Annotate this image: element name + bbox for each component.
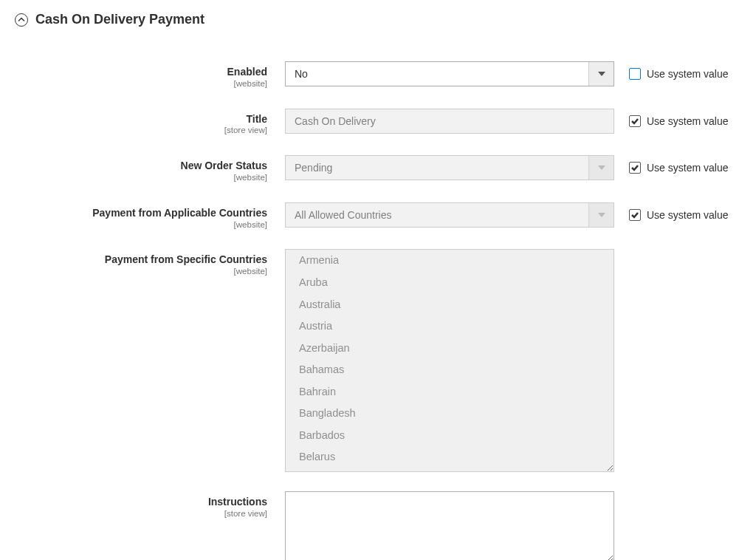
title-label: Title (15, 113, 267, 126)
country-option[interactable]: Belarus (286, 446, 614, 468)
chevron-down-icon (588, 62, 614, 86)
title-use-system-checkbox[interactable]: Use system value (629, 115, 728, 127)
collapse-icon (15, 13, 28, 27)
applicable-countries-use-system-checkbox[interactable]: Use system value (629, 209, 728, 221)
chevron-down-icon (588, 156, 614, 180)
applicable-countries-select[interactable]: All Allowed Countries (285, 202, 614, 228)
instructions-label: Instructions (15, 496, 267, 508)
new-order-status-use-system-checkbox[interactable]: Use system value (629, 162, 728, 174)
new-order-status-value: Pending (286, 156, 588, 180)
country-option[interactable]: Aruba (286, 272, 614, 294)
use-system-label: Use system value (647, 209, 728, 221)
enabled-select[interactable]: No (285, 61, 614, 86)
country-option[interactable]: Armenia (286, 250, 614, 272)
specific-countries-scope: [website] (15, 267, 267, 277)
country-option[interactable]: Austria (286, 315, 614, 338)
specific-countries-label: Payment from Specific Countries (15, 253, 267, 266)
enabled-scope: [website] (15, 79, 267, 89)
enabled-value: No (286, 62, 588, 86)
country-option[interactable]: Azerbaijan (286, 338, 614, 360)
title-input[interactable] (285, 109, 614, 134)
use-system-label: Use system value (647, 68, 728, 80)
country-option[interactable]: Australia (286, 294, 614, 316)
country-option[interactable]: Bahrain (286, 381, 614, 403)
new-order-status-scope: [website] (15, 173, 267, 183)
use-system-label: Use system value (647, 162, 728, 174)
country-option[interactable]: Bahamas (286, 359, 614, 381)
checkbox-icon (629, 209, 641, 221)
chevron-down-icon (588, 203, 614, 227)
country-option[interactable]: Barbados (286, 425, 614, 447)
enabled-use-system-checkbox[interactable]: Use system value (629, 68, 728, 80)
checkbox-icon (629, 115, 641, 127)
checkbox-icon (629, 68, 641, 80)
use-system-label: Use system value (647, 115, 728, 127)
country-option[interactable]: Bangladesh (286, 403, 614, 425)
applicable-countries-label: Payment from Applicable Countries (15, 207, 267, 219)
new-order-status-label: New Order Status (15, 160, 267, 172)
section-title: Cash On Delivery Payment (35, 12, 205, 27)
enabled-label: Enabled (15, 66, 267, 78)
instructions-scope: [store view] (15, 509, 267, 519)
instructions-textarea[interactable] (285, 491, 614, 560)
specific-countries-multiselect[interactable]: ArmeniaArubaAustraliaAustriaAzerbaijanBa… (285, 249, 614, 472)
section-header[interactable]: Cash On Delivery Payment (15, 12, 741, 27)
title-scope: [store view] (15, 126, 267, 136)
checkbox-icon (629, 162, 641, 174)
new-order-status-select[interactable]: Pending (285, 155, 614, 180)
applicable-countries-value: All Allowed Countries (286, 203, 588, 227)
applicable-countries-scope: [website] (15, 220, 267, 231)
